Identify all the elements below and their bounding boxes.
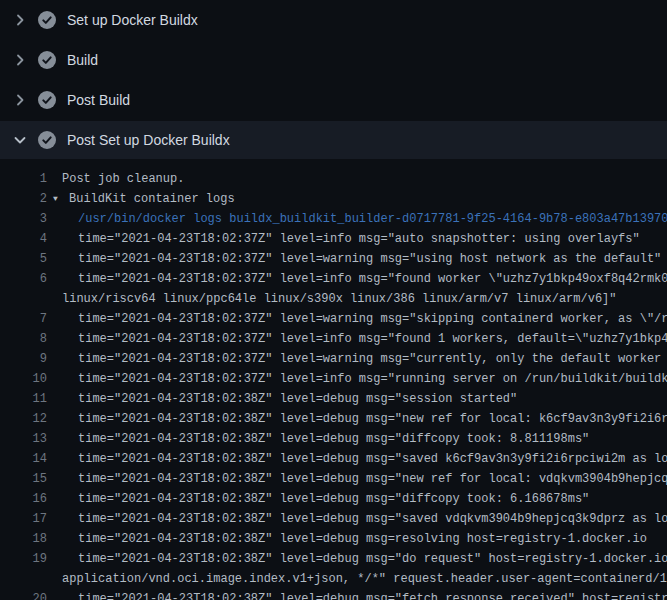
log-text: Post job cleanup. (47, 169, 184, 189)
step-list: Set up Docker Buildx Build Post Build Po… (0, 0, 667, 159)
log-line: 4 time="2021-04-23T18:02:37Z" level=info… (0, 229, 667, 249)
check-circle-icon (38, 51, 56, 69)
log-line: 18 time="2021-04-23T18:02:38Z" level=deb… (0, 529, 667, 549)
line-number[interactable]: 11 (0, 389, 47, 409)
log-line: 14 time="2021-04-23T18:02:38Z" level=deb… (0, 449, 667, 469)
line-number[interactable]: 19 (0, 549, 47, 569)
line-number[interactable]: 8 (0, 329, 47, 349)
log-line: 6 time="2021-04-23T18:02:37Z" level=info… (0, 269, 667, 289)
line-number[interactable]: 10 (0, 369, 47, 389)
log-text: time="2021-04-23T18:02:37Z" level=warnin… (47, 309, 667, 329)
line-number[interactable]: 20 (0, 589, 47, 600)
log-line: 1 Post job cleanup. (0, 169, 667, 189)
triangle-down-icon[interactable]: ▼ (53, 189, 69, 209)
line-number[interactable]: 3 (0, 209, 47, 229)
log-line: 5 time="2021-04-23T18:02:37Z" level=warn… (0, 249, 667, 269)
log-line: 16 time="2021-04-23T18:02:38Z" level=deb… (0, 489, 667, 509)
line-number[interactable]: 5 (0, 249, 47, 269)
log-line: 20 time="2021-04-23T18:02:38Z" level=deb… (0, 589, 667, 600)
log-group-header[interactable]: 2 ▼ BuildKit container logs (0, 189, 667, 209)
step-label: Post Build (67, 92, 130, 108)
line-number[interactable]: 4 (0, 229, 47, 249)
log-line-command: 3 /usr/bin/docker logs buildx_buildkit_b… (0, 209, 667, 229)
line-number[interactable]: 9 (0, 349, 47, 369)
log-line: 8 time="2021-04-23T18:02:37Z" level=info… (0, 329, 667, 349)
check-circle-icon (38, 131, 56, 149)
line-number[interactable]: 7 (0, 309, 47, 329)
log-text: time="2021-04-23T18:02:38Z" level=debug … (47, 449, 667, 469)
step-label: Build (67, 52, 98, 68)
log-text: time="2021-04-23T18:02:38Z" level=debug … (47, 469, 667, 489)
step-post-setup-docker-buildx[interactable]: Post Set up Docker Buildx (0, 121, 667, 159)
log-text: time="2021-04-23T18:02:37Z" level=info m… (47, 369, 667, 389)
log-text: time="2021-04-23T18:02:37Z" level=info m… (47, 269, 667, 289)
log-command-text: /usr/bin/docker logs buildx_buildkit_bui… (47, 209, 667, 229)
line-number[interactable]: 13 (0, 429, 47, 449)
log-text: time="2021-04-23T18:02:38Z" level=debug … (47, 429, 589, 449)
log-line: 11 time="2021-04-23T18:02:38Z" level=deb… (0, 389, 667, 409)
line-number[interactable]: 6 (0, 269, 47, 289)
log-text: time="2021-04-23T18:02:37Z" level=info m… (47, 229, 640, 249)
line-number[interactable]: 15 (0, 469, 47, 489)
chevron-right-icon[interactable] (12, 52, 28, 68)
line-number[interactable]: 1 (0, 169, 47, 189)
step-post-build[interactable]: Post Build (0, 80, 667, 120)
log-text: application/vnd.oci.image.index.v1+json,… (47, 569, 667, 589)
log-line: 19 time="2021-04-23T18:02:38Z" level=deb… (0, 549, 667, 569)
line-number[interactable]: 17 (0, 509, 47, 529)
check-circle-icon (38, 11, 56, 29)
chevron-right-icon[interactable] (12, 12, 28, 28)
line-number (0, 289, 47, 309)
line-number[interactable]: 16 (0, 489, 47, 509)
line-number[interactable]: 18 (0, 529, 47, 549)
chevron-right-icon[interactable] (12, 92, 28, 108)
log-text: time="2021-04-23T18:02:38Z" level=debug … (47, 529, 647, 549)
log-text: time="2021-04-23T18:02:38Z" level=debug … (47, 509, 667, 529)
log-area: 1 Post job cleanup. 2 ▼ BuildKit contain… (0, 159, 667, 600)
actions-log-viewer: { "steps": [ { "label": "Set up Docker B… (0, 0, 667, 600)
log-text: time="2021-04-23T18:02:38Z" level=debug … (47, 389, 517, 409)
line-number[interactable]: 2 (0, 189, 47, 209)
log-line: 12 time="2021-04-23T18:02:38Z" level=deb… (0, 409, 667, 429)
line-number[interactable]: 14 (0, 449, 47, 469)
log-line: 7 time="2021-04-23T18:02:37Z" level=warn… (0, 309, 667, 329)
log-group-title: BuildKit container logs (69, 189, 235, 209)
log-text: linux/riscv64 linux/ppc64le linux/s390x … (47, 289, 617, 309)
log-line: 10 time="2021-04-23T18:02:37Z" level=inf… (0, 369, 667, 389)
log-text: time="2021-04-23T18:02:38Z" level=debug … (47, 549, 667, 569)
step-setup-docker-buildx[interactable]: Set up Docker Buildx (0, 0, 667, 40)
log-line: 9 time="2021-04-23T18:02:37Z" level=warn… (0, 349, 667, 369)
log-line: 17 time="2021-04-23T18:02:38Z" level=deb… (0, 509, 667, 529)
line-number (0, 569, 47, 589)
step-label: Set up Docker Buildx (67, 12, 198, 28)
log-text: time="2021-04-23T18:02:37Z" level=info m… (47, 329, 667, 349)
log-text: time="2021-04-23T18:02:38Z" level=debug … (47, 589, 667, 600)
log-line: 15 time="2021-04-23T18:02:38Z" level=deb… (0, 469, 667, 489)
log-text: time="2021-04-23T18:02:38Z" level=debug … (47, 489, 589, 509)
log-text: time="2021-04-23T18:02:37Z" level=warnin… (47, 349, 667, 369)
log-text: time="2021-04-23T18:02:37Z" level=warnin… (47, 249, 661, 269)
line-number[interactable]: 12 (0, 409, 47, 429)
chevron-down-icon[interactable] (12, 132, 28, 148)
log-line-continuation: linux/riscv64 linux/ppc64le linux/s390x … (0, 289, 667, 309)
step-label: Post Set up Docker Buildx (67, 132, 230, 148)
check-circle-icon (38, 91, 56, 109)
log-line-continuation: application/vnd.oci.image.index.v1+json,… (0, 569, 667, 589)
log-text: time="2021-04-23T18:02:38Z" level=debug … (47, 409, 667, 429)
step-build[interactable]: Build (0, 40, 667, 80)
log-line: 13 time="2021-04-23T18:02:38Z" level=deb… (0, 429, 667, 449)
